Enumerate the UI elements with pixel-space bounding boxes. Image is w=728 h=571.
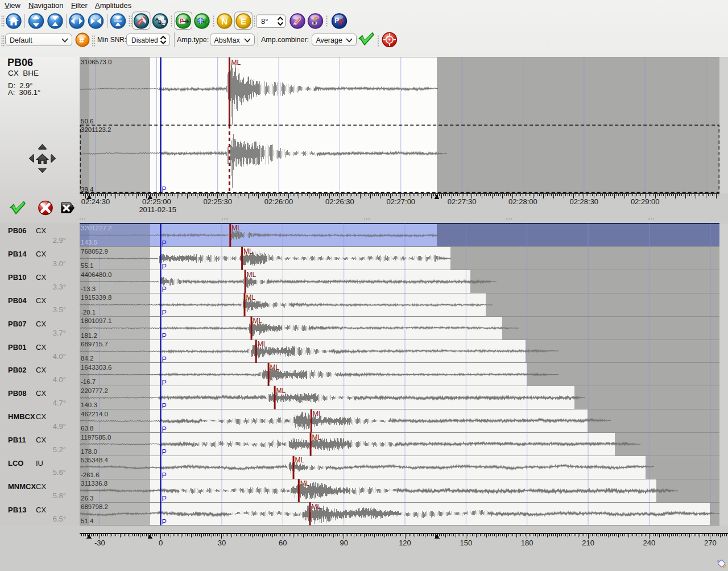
svg-text:C: C — [162, 22, 165, 27]
svg-text:3201123.2: 3201123.2 — [81, 126, 111, 133]
svg-text:IP: IP — [314, 16, 319, 22]
svg-text:50.6: 50.6 — [81, 118, 93, 125]
svg-text:39.4: 39.4 — [81, 186, 94, 193]
svg-text:E: E — [241, 16, 246, 26]
svg-text:#: # — [79, 35, 84, 45]
svg-text:3106573.0: 3106573.0 — [81, 59, 111, 65]
svg-text:N: N — [221, 16, 228, 26]
svg-text:P: P — [162, 185, 167, 193]
svg-text:8°: 8° — [261, 17, 268, 26]
svg-text:P: P — [334, 16, 339, 24]
svg-text:ML: ML — [231, 58, 241, 66]
